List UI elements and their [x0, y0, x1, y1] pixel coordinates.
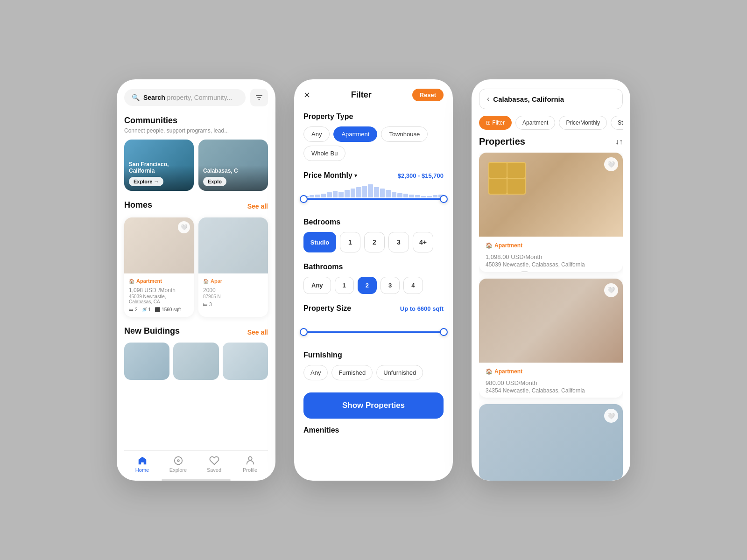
community-card-cal[interactable]: Calabasas, C Explo	[198, 140, 268, 191]
home-card-2-info: 🏠 Apar 2000 87905 N 🛏 3	[198, 273, 268, 312]
property-card-1-badge: 🏠 Apartment	[486, 242, 616, 249]
close-button[interactable]: ✕	[303, 90, 310, 100]
home-card-1-badge: 🏠 Apartment	[129, 278, 189, 284]
home-cards-list: 🤍 🏠 Apartment 1,098 USD /Month 45039 New…	[124, 217, 268, 317]
type-whole-bu-chip[interactable]: Whole Bu	[303, 146, 345, 161]
home-card-2[interactable]: 🏠 Apar 2000 87905 N 🛏 3	[198, 217, 268, 317]
nav-saved[interactable]: Saved	[196, 455, 232, 473]
nav-explore[interactable]: Explore	[160, 455, 196, 473]
show-properties-button[interactable]: Show Properties	[303, 392, 444, 419]
home-card-1-info: 🏠 Apartment 1,098 USD /Month 45039 Newca…	[124, 273, 194, 317]
price-range: $2,300 - $15,700	[398, 172, 444, 179]
apartment-badge-icon: 🏠	[129, 279, 134, 284]
back-button[interactable]: ‹	[487, 95, 489, 103]
bed-icon: 🛏	[129, 307, 134, 312]
property-card-1-address: 45039 Newcastle, Calabasas, California	[486, 261, 616, 268]
prop-1-beds: 🛏 2	[486, 272, 496, 272]
new-building-card-3[interactable]	[223, 343, 268, 380]
sort-button[interactable]: ↓↑	[615, 138, 623, 146]
furn-any-chip[interactable]: Any	[303, 365, 328, 380]
slider-fill-price	[303, 198, 444, 200]
filter-chips-row: ⊞ Filter Apartment Price/Monthly Studio	[479, 116, 623, 130]
bedroom-3-chip[interactable]: 3	[388, 232, 409, 252]
new-building-card-1[interactable]	[124, 343, 169, 380]
property-card-2-favorite[interactable]: 🤍	[604, 283, 618, 297]
profile-nav-icon	[245, 455, 255, 466]
explore-cal-button[interactable]: Explo	[203, 177, 226, 186]
bedroom-4plus-chip[interactable]: 4+	[413, 232, 433, 252]
property-type-label: Property Type	[303, 112, 444, 121]
new-buildings-see-all[interactable]: See all	[247, 329, 268, 336]
type-townhouse-chip[interactable]: Townhouse	[381, 126, 428, 142]
community-cards-list: San Francisco, California Explore → Cala…	[124, 140, 268, 191]
bedroom-studio-chip[interactable]: Studio	[303, 232, 336, 252]
bath-1-chip[interactable]: 1	[335, 277, 354, 294]
svg-point-4	[177, 460, 179, 462]
bed-icon-2: 🛏	[203, 302, 208, 307]
furnishing-section: Furnishing Any Furnished Unfurnished	[303, 351, 444, 382]
new-building-card-2[interactable]	[173, 343, 218, 380]
search-bar[interactable]: 🔍 Search property, Community...	[124, 89, 268, 106]
bedrooms-label: Bedrooms	[303, 218, 444, 226]
bath-3-chip[interactable]: 3	[381, 277, 400, 294]
property-card-1[interactable]: 🤍 🏠 Apartment 1,098.00 USD/Month 45039 N…	[479, 153, 623, 272]
chip-price-monthly[interactable]: Price/Monthly	[559, 116, 607, 130]
property-card-2-meta: 🛏 2 🚿 1 ⬛ 1360 sqft	[486, 398, 616, 398]
home-card-2-badge: 🏠 Apar	[203, 278, 263, 284]
prop-2-beds: 🛏 2	[486, 398, 496, 398]
filter-header: ✕ Filter Reset	[303, 89, 444, 101]
bedroom-options: Studio 1 2 3 4+	[303, 232, 444, 252]
chip-filter[interactable]: ⊞ Filter	[479, 116, 512, 130]
slider-fill-size	[303, 331, 444, 333]
filter-icon-button[interactable]	[250, 89, 268, 106]
homes-see-all[interactable]: See all	[247, 203, 268, 210]
type-any-chip[interactable]: Any	[303, 126, 330, 142]
search-input-container[interactable]: 🔍 Search property, Community...	[124, 89, 246, 106]
prop-1-baths: 🚿 1	[503, 272, 515, 272]
bath-4-chip[interactable]: 4	[403, 277, 423, 294]
home-card-1[interactable]: 🤍 🏠 Apartment 1,098 USD /Month 45039 New…	[124, 217, 194, 317]
property-card-1-favorite[interactable]: 🤍	[604, 157, 618, 171]
property-size-header: Property Size Up to 6600 sqft	[303, 304, 444, 313]
home-card-2-beds: 🛏 3	[203, 302, 212, 307]
bedroom-2-chip[interactable]: 2	[364, 232, 385, 252]
screen-3-listings: ‹ Calabasas, California ⊞ Filter Apartme…	[472, 79, 630, 481]
size-slider[interactable]	[303, 317, 444, 341]
slider-thumb-right-size[interactable]	[440, 328, 448, 336]
apt-badge-icon-1: 🏠	[486, 242, 493, 249]
nav-home[interactable]: Home	[124, 455, 160, 473]
type-apartment-chip[interactable]: Apartment	[333, 126, 377, 142]
furn-furnished-chip[interactable]: Furnished	[331, 365, 373, 380]
property-card-3[interactable]: 🤍	[479, 404, 623, 481]
explore-sf-button[interactable]: Explore →	[129, 177, 163, 186]
bed-icon-p1: 🛏	[486, 272, 491, 272]
bath-icon-p1: 🚿	[503, 272, 510, 272]
home-card-1-address: 45039 Newcastle, Calabasas, CA	[129, 294, 189, 304]
bath-2-chip[interactable]: 2	[358, 277, 377, 294]
slider-thumb-left-size[interactable]	[300, 328, 308, 336]
properties-header: Properties ↓↑	[479, 136, 623, 147]
properties-title: Properties	[479, 136, 525, 147]
chip-apartment[interactable]: Apartment	[515, 116, 555, 130]
chip-studio[interactable]: Studio	[611, 116, 623, 130]
price-slider[interactable]	[303, 184, 444, 208]
property-card-3-favorite[interactable]: 🤍	[604, 409, 618, 423]
property-card-1-meta: 🛏 2 🚿 1 ⬛ 1560 sqft	[486, 272, 616, 272]
property-card-2[interactable]: 🤍 🏠 Apartment 980.00 USD/Month 34354 New…	[479, 279, 623, 398]
home-card-1-favorite[interactable]: 🤍	[178, 221, 190, 233]
bath-any-chip[interactable]: Any	[303, 277, 331, 294]
screen-1-home: 🔍 Search property, Community... Communit…	[117, 79, 275, 481]
new-buildings-cards	[124, 343, 268, 380]
new-buildings-title: New Buidings	[124, 326, 180, 336]
nav-home-label: Home	[135, 467, 149, 473]
filter-chip-label: Filter	[492, 119, 505, 126]
slider-thumb-right-price[interactable]	[440, 195, 448, 203]
community-card-sf[interactable]: San Francisco, California Explore →	[124, 140, 194, 191]
slider-thumb-left-price[interactable]	[300, 195, 308, 203]
bedroom-1-chip[interactable]: 1	[340, 232, 360, 252]
furn-unfurnished-chip[interactable]: Unfurnished	[376, 365, 423, 380]
nav-profile[interactable]: Profile	[232, 455, 268, 473]
reset-button[interactable]: Reset	[412, 89, 444, 101]
property-size-label: Property Size	[303, 304, 351, 313]
location-bar[interactable]: ‹ Calabasas, California	[479, 89, 623, 109]
